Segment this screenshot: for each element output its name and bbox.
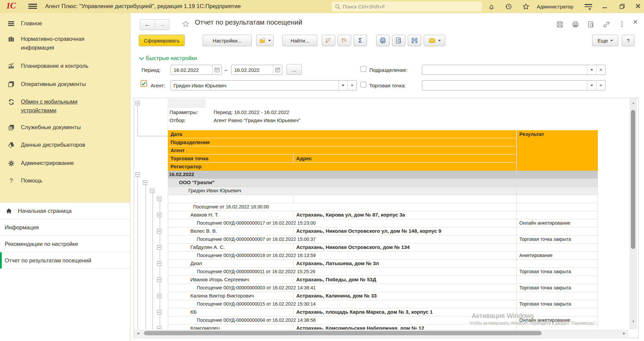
print-button[interactable] (376, 35, 390, 46)
sidebar-item-information[interactable]: Информация (0, 219, 130, 236)
row-text-cell[interactable]: Посещение 00УД-00000000003 от 16.02.2022… (168, 284, 516, 292)
outlet-name-cell[interactable]: Аваков Н. Т. (168, 211, 294, 219)
collapse-box[interactable] (157, 294, 161, 298)
row-text-cell[interactable]: Посещение 00УД-00000000017 от 16.02.2022… (168, 219, 516, 227)
agent-select[interactable]: Гридин Иван Юрьевич × (171, 80, 357, 90)
agent-checkbox[interactable] (141, 81, 147, 86)
link-icon[interactable] (603, 21, 610, 28)
user-menu-icon[interactable] (585, 4, 592, 11)
collapse-box[interactable] (143, 180, 147, 185)
collapse-box[interactable] (157, 278, 161, 282)
row-text-cell[interactable]: Посещение 00УД-00000000011 от 16.02.2022… (168, 268, 516, 276)
report-row[interactable]: Иванов Игорь СергеевичАстрахань, Победы,… (168, 276, 598, 284)
result-cell[interactable] (516, 211, 598, 219)
report-row[interactable]: ООО "Гризли" (168, 179, 598, 187)
report-row[interactable]: Посещение 00УД-00000000007 от 16.02.2022… (168, 235, 598, 244)
report-row[interactable]: Калина Виктор ВикторовичАстрахань, Калин… (168, 292, 598, 300)
result-cell[interactable]: Торговая точка закрыта (516, 284, 598, 292)
result-cell[interactable] (516, 292, 598, 300)
report-row[interactable]: 16.02.2022 (168, 171, 598, 179)
quick-settings-toggle[interactable]: Быстрые настройки (140, 55, 197, 61)
header-result-cell[interactable]: Результат (516, 130, 598, 171)
close-report-icon[interactable]: × (633, 17, 638, 27)
row-text-cell[interactable]: 16.02.2022 (168, 171, 516, 178)
send-email-dropdown-button[interactable] (424, 35, 445, 46)
report-row[interactable]: ДиэлАстрахань, Латышева, дом № 3л (168, 260, 598, 268)
scroll-down-icon[interactable]: ▼ (632, 320, 635, 323)
report-row[interactable]: Велес В. В.Астрахань, Николая Островског… (168, 227, 598, 235)
generate-button[interactable]: Сформировать (139, 35, 185, 46)
back-button[interactable]: ← (140, 20, 155, 30)
sort-descending-button[interactable] (322, 35, 335, 46)
forward-button[interactable]: → (155, 20, 170, 30)
header-address-cell[interactable]: Адрес (294, 154, 516, 162)
help-button[interactable]: ? (622, 35, 635, 46)
sidebar-item-glavnoe[interactable]: Главное (7, 19, 42, 28)
result-cell[interactable]: Торговая точка закрыта (516, 300, 598, 308)
department-select[interactable]: × (422, 65, 606, 75)
result-cell[interactable] (516, 244, 598, 251)
report-row[interactable]: Посещение от 16.02.2022 18:30:00 (168, 203, 598, 211)
clear-field-icon[interactable]: × (596, 65, 605, 75)
result-cell[interactable] (516, 203, 598, 211)
save-button[interactable] (408, 35, 421, 46)
calendar-icon[interactable] (273, 65, 282, 75)
row-text-cell[interactable]: Посещение 00УД-00000000015 от 16.02.2022… (168, 300, 516, 308)
report-row[interactable]: Посещение 00УД-00000000017 от 16.02.2022… (168, 219, 598, 227)
result-cell[interactable] (516, 276, 598, 284)
report-row[interactable]: Посещение 00УД-00000000018 от 16.02.2022… (168, 252, 598, 260)
global-search-input[interactable]: Поиск Ctrl+Shift+F (332, 2, 482, 11)
result-cell[interactable]: Торговая точка закрыта (516, 268, 598, 276)
collapse-box[interactable] (157, 261, 161, 266)
outlet-checkbox[interactable] (361, 82, 366, 87)
outlet-name-cell[interactable]: Иванов Игорь Сергеевич (168, 276, 294, 284)
result-cell[interactable]: Анкетирование (516, 252, 598, 259)
header-date-cell[interactable]: Дата (168, 130, 516, 138)
outlet-name-cell[interactable]: Калина Виктор Викторович (168, 292, 294, 300)
report-corner-cell[interactable] (168, 99, 205, 108)
clear-field-icon[interactable]: × (596, 81, 605, 90)
collapse-box[interactable] (135, 101, 140, 105)
result-cell[interactable] (516, 195, 598, 203)
preview-icon[interactable] (587, 21, 595, 28)
sidebar-item-help[interactable]: ? Помощь (7, 176, 42, 185)
result-cell[interactable]: Онлайн анкетирование (516, 219, 598, 227)
result-cell[interactable] (516, 227, 598, 235)
scroll-right-icon[interactable]: ▶ (623, 332, 625, 335)
result-cell[interactable] (516, 187, 598, 195)
result-cell[interactable]: Торговая точка закрыта (516, 235, 598, 243)
outlet-name-cell[interactable]: Диэл (168, 260, 294, 267)
clear-field-icon[interactable]: × (347, 81, 357, 90)
current-user[interactable]: Администратор (537, 4, 573, 9)
result-cell[interactable] (516, 179, 598, 187)
sidebar-item-nsi[interactable]: Нормативно-справочная информация (7, 35, 103, 52)
scroll-up-icon[interactable]: ▲ (632, 101, 635, 105)
report-row[interactable]: Аваков Н. Т.Астрахань, Кирова ул, дом № … (168, 211, 598, 219)
vertical-scrollbar-thumb[interactable] (631, 110, 635, 249)
sidebar-item-mobile-exchange[interactable]: Обмен с мобильными устройствами (7, 97, 103, 115)
vertical-scrollbar[interactable]: ▲ ▼ (630, 98, 637, 329)
window-minimize-button[interactable] (603, 7, 607, 8)
outlet-name-cell[interactable] (168, 195, 294, 203)
period-more-button[interactable]: ... (286, 64, 302, 75)
sidebar-item-distributors-data[interactable]: Данные дистрибьюторов (7, 141, 85, 149)
outlet-address-cell[interactable]: Астрахань, Латышева, дом № 3л (294, 260, 516, 267)
report-row[interactable]: Посещение 00УД-00000000004 от 16.02.2022… (168, 316, 598, 324)
preview-button[interactable] (392, 35, 405, 46)
favorite-star-icon[interactable] (182, 20, 190, 28)
header-agent-cell[interactable]: Агент (168, 146, 516, 154)
outlet-address-cell[interactable]: Астрахань, площадь Карла Маркса, дом № 3… (294, 308, 516, 316)
outlet-address-cell[interactable]: Астрахань, Кирова ул, дом № 87, корпус 3… (294, 211, 516, 219)
sidebar-item-administration[interactable]: Администрирование (7, 159, 74, 168)
department-checkbox[interactable] (361, 66, 366, 72)
row-text-cell[interactable]: Гридин Иван Юрьевич (168, 187, 516, 195)
collapse-box[interactable] (157, 197, 161, 201)
collapse-box[interactable] (157, 213, 161, 217)
chevron-down-icon[interactable] (587, 81, 596, 90)
horizontal-scrollbar-thumb[interactable] (144, 331, 542, 335)
settings-button[interactable]: Настройки... (203, 35, 252, 46)
result-cell[interactable]: Онлайн анкетирование (516, 316, 598, 324)
sidebar-item-operative-docs[interactable]: Оперативные документы (7, 80, 86, 89)
print-icon[interactable] (572, 21, 579, 28)
outlet-address-cell[interactable]: Астрахань, Калинина, дом № 33 (294, 292, 516, 300)
